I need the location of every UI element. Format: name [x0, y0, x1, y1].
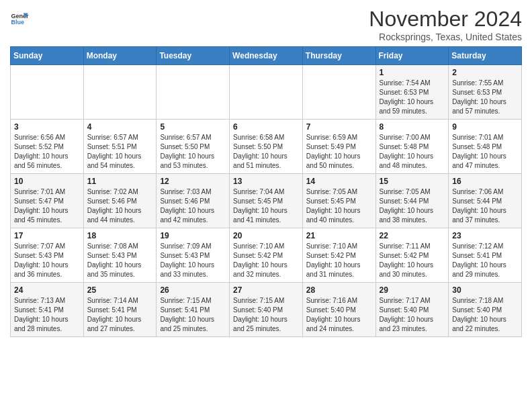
- calendar-cell: 17Sunrise: 7:07 AM Sunset: 5:43 PM Dayli…: [11, 228, 84, 283]
- calendar-cell: [11, 65, 84, 120]
- weekday-header-thursday: Thursday: [302, 47, 375, 65]
- calendar-cell: 12Sunrise: 7:03 AM Sunset: 5:46 PM Dayli…: [157, 174, 230, 228]
- day-number: 8: [380, 122, 445, 132]
- weekday-header-row: SundayMondayTuesdayWednesdayThursdayFrid…: [11, 47, 522, 65]
- day-number: 29: [380, 285, 445, 295]
- day-number: 1: [380, 68, 445, 77]
- day-info: Sunrise: 7:06 AM Sunset: 5:44 PM Dayligh…: [452, 187, 518, 225]
- calendar-cell: 26Sunrise: 7:15 AM Sunset: 5:41 PM Dayli…: [157, 283, 230, 337]
- calendar-cell: 14Sunrise: 7:05 AM Sunset: 5:45 PM Dayli…: [302, 174, 375, 228]
- day-number: 22: [380, 231, 445, 240]
- month-title: November 2024: [369, 7, 522, 32]
- title-area: November 2024 Rocksprings, Texas, United…: [369, 7, 522, 42]
- day-number: 15: [380, 177, 445, 186]
- day-number: 19: [160, 231, 226, 240]
- calendar-week-3: 10Sunrise: 7:01 AM Sunset: 5:47 PM Dayli…: [11, 174, 522, 228]
- day-number: 2: [452, 68, 518, 77]
- day-info: Sunrise: 7:02 AM Sunset: 5:46 PM Dayligh…: [87, 187, 153, 225]
- day-info: Sunrise: 7:14 AM Sunset: 5:41 PM Dayligh…: [87, 296, 153, 334]
- day-info: Sunrise: 7:05 AM Sunset: 5:45 PM Dayligh…: [306, 187, 372, 225]
- day-number: 25: [87, 285, 153, 295]
- logo-icon: General Blue: [10, 9, 29, 28]
- day-number: 3: [14, 122, 80, 132]
- day-info: Sunrise: 6:56 AM Sunset: 5:52 PM Dayligh…: [14, 133, 80, 171]
- calendar-cell: 16Sunrise: 7:06 AM Sunset: 5:44 PM Dayli…: [449, 174, 522, 228]
- day-number: 13: [233, 177, 299, 186]
- day-info: Sunrise: 7:05 AM Sunset: 5:44 PM Dayligh…: [380, 187, 445, 225]
- day-number: 5: [160, 122, 226, 132]
- day-info: Sunrise: 7:01 AM Sunset: 5:47 PM Dayligh…: [14, 187, 80, 225]
- calendar-week-5: 24Sunrise: 7:13 AM Sunset: 5:41 PM Dayli…: [11, 283, 522, 337]
- calendar-cell: 6Sunrise: 6:58 AM Sunset: 5:50 PM Daylig…: [230, 120, 303, 174]
- calendar-cell: 18Sunrise: 7:08 AM Sunset: 5:43 PM Dayli…: [83, 228, 157, 283]
- calendar-cell: 5Sunrise: 6:57 AM Sunset: 5:50 PM Daylig…: [157, 120, 230, 174]
- calendar-header: General Blue November 2024 Rocksprings, …: [10, 7, 522, 42]
- calendar-cell: 30Sunrise: 7:18 AM Sunset: 5:40 PM Dayli…: [449, 283, 522, 337]
- calendar-cell: [83, 65, 157, 120]
- calendar-cell: 28Sunrise: 7:16 AM Sunset: 5:40 PM Dayli…: [302, 283, 375, 337]
- calendar-cell: [157, 65, 230, 120]
- calendar-cell: 27Sunrise: 7:15 AM Sunset: 5:40 PM Dayli…: [230, 283, 303, 337]
- day-number: 7: [306, 122, 372, 132]
- weekday-header-wednesday: Wednesday: [230, 47, 303, 65]
- calendar-cell: 13Sunrise: 7:04 AM Sunset: 5:45 PM Dayli…: [230, 174, 303, 228]
- calendar-cell: 4Sunrise: 6:57 AM Sunset: 5:51 PM Daylig…: [83, 120, 157, 174]
- day-number: 6: [233, 122, 299, 132]
- day-number: 4: [87, 122, 153, 132]
- calendar-cell: 8Sunrise: 7:00 AM Sunset: 5:48 PM Daylig…: [375, 120, 449, 174]
- day-number: 11: [87, 177, 153, 186]
- day-number: 28: [306, 285, 372, 295]
- calendar-cell: 11Sunrise: 7:02 AM Sunset: 5:46 PM Dayli…: [83, 174, 157, 228]
- day-info: Sunrise: 7:08 AM Sunset: 5:43 PM Dayligh…: [87, 242, 153, 279]
- day-number: 12: [160, 177, 226, 186]
- day-number: 18: [87, 231, 153, 240]
- day-number: 26: [160, 285, 226, 295]
- day-info: Sunrise: 7:13 AM Sunset: 5:41 PM Dayligh…: [14, 296, 80, 334]
- calendar-week-4: 17Sunrise: 7:07 AM Sunset: 5:43 PM Dayli…: [11, 228, 522, 283]
- day-info: Sunrise: 6:57 AM Sunset: 5:51 PM Dayligh…: [87, 133, 153, 171]
- calendar-cell: 9Sunrise: 7:01 AM Sunset: 5:48 PM Daylig…: [449, 120, 522, 174]
- svg-text:Blue: Blue: [11, 19, 24, 26]
- calendar-cell: 24Sunrise: 7:13 AM Sunset: 5:41 PM Dayli…: [11, 283, 84, 337]
- calendar-cell: 25Sunrise: 7:14 AM Sunset: 5:41 PM Dayli…: [83, 283, 157, 337]
- day-number: 17: [14, 231, 80, 240]
- calendar-cell: 19Sunrise: 7:09 AM Sunset: 5:43 PM Dayli…: [157, 228, 230, 283]
- day-number: 23: [452, 231, 518, 240]
- calendar-cell: 10Sunrise: 7:01 AM Sunset: 5:47 PM Dayli…: [11, 174, 84, 228]
- day-info: Sunrise: 7:11 AM Sunset: 5:42 PM Dayligh…: [380, 242, 445, 279]
- day-number: 24: [14, 285, 80, 295]
- calendar-cell: 23Sunrise: 7:12 AM Sunset: 5:41 PM Dayli…: [449, 228, 522, 283]
- day-number: 20: [233, 231, 299, 240]
- day-info: Sunrise: 7:15 AM Sunset: 5:41 PM Dayligh…: [160, 296, 226, 334]
- day-number: 16: [452, 177, 518, 186]
- day-info: Sunrise: 7:12 AM Sunset: 5:41 PM Dayligh…: [452, 242, 518, 279]
- calendar-cell: 29Sunrise: 7:17 AM Sunset: 5:40 PM Dayli…: [375, 283, 449, 337]
- day-number: 30: [452, 285, 518, 295]
- calendar-cell: 21Sunrise: 7:10 AM Sunset: 5:42 PM Dayli…: [302, 228, 375, 283]
- weekday-header-saturday: Saturday: [449, 47, 522, 65]
- calendar-cell: 20Sunrise: 7:10 AM Sunset: 5:42 PM Dayli…: [230, 228, 303, 283]
- day-info: Sunrise: 7:15 AM Sunset: 5:40 PM Dayligh…: [233, 296, 299, 334]
- day-info: Sunrise: 7:10 AM Sunset: 5:42 PM Dayligh…: [306, 242, 372, 279]
- day-info: Sunrise: 7:01 AM Sunset: 5:48 PM Dayligh…: [452, 133, 518, 171]
- weekday-header-monday: Monday: [83, 47, 157, 65]
- day-info: Sunrise: 7:07 AM Sunset: 5:43 PM Dayligh…: [14, 242, 80, 279]
- day-info: Sunrise: 7:10 AM Sunset: 5:42 PM Dayligh…: [233, 242, 299, 279]
- logo: General Blue: [10, 9, 29, 28]
- calendar-cell: 7Sunrise: 6:59 AM Sunset: 5:49 PM Daylig…: [302, 120, 375, 174]
- calendar-cell: [230, 65, 303, 120]
- calendar-cell: 22Sunrise: 7:11 AM Sunset: 5:42 PM Dayli…: [375, 228, 449, 283]
- day-info: Sunrise: 7:03 AM Sunset: 5:46 PM Dayligh…: [160, 187, 226, 225]
- day-number: 10: [14, 177, 80, 186]
- weekday-header-tuesday: Tuesday: [157, 47, 230, 65]
- weekday-header-sunday: Sunday: [11, 47, 84, 65]
- day-info: Sunrise: 6:59 AM Sunset: 5:49 PM Dayligh…: [306, 133, 372, 171]
- calendar-table: SundayMondayTuesdayWednesdayThursdayFrid…: [10, 46, 522, 337]
- day-info: Sunrise: 7:09 AM Sunset: 5:43 PM Dayligh…: [160, 242, 226, 279]
- weekday-header-friday: Friday: [375, 47, 449, 65]
- day-info: Sunrise: 7:00 AM Sunset: 5:48 PM Dayligh…: [380, 133, 445, 171]
- day-info: Sunrise: 6:58 AM Sunset: 5:50 PM Dayligh…: [233, 133, 299, 171]
- day-info: Sunrise: 7:04 AM Sunset: 5:45 PM Dayligh…: [233, 187, 299, 225]
- day-number: 21: [306, 231, 372, 240]
- day-info: Sunrise: 7:54 AM Sunset: 6:53 PM Dayligh…: [380, 79, 445, 116]
